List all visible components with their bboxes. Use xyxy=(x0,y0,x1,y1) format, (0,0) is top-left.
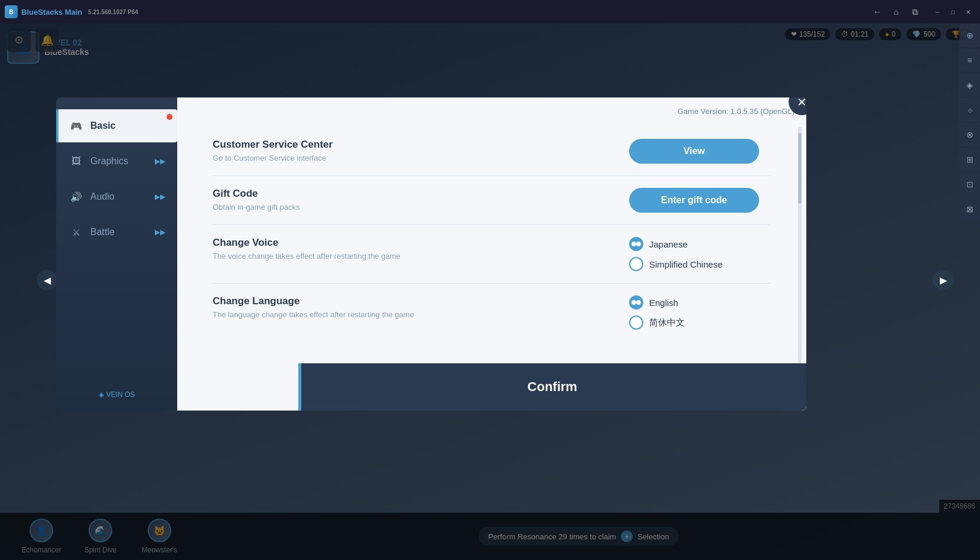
settings-main-content: Game Version: 1.0.5.35 (OpenGL) ✕ Custom… xyxy=(177,97,806,411)
voice-japanese-radio[interactable] xyxy=(629,237,643,251)
lang-english-option[interactable]: English xyxy=(629,295,678,310)
window-controls: ─ □ ✕ xyxy=(930,5,975,19)
sidebar-item-battle[interactable]: ⚔ Battle ▶▶ xyxy=(56,216,177,249)
vein-icon: ◈ xyxy=(99,390,104,399)
basic-badge xyxy=(167,114,172,120)
sidebar-battle-label: Battle xyxy=(90,227,115,237)
right-edge-btn-8[interactable]: ⊠ xyxy=(959,197,980,221)
voice-japanese-option[interactable]: Japanese xyxy=(629,237,688,251)
customer-service-info: Customer Service Center Go to Customer S… xyxy=(213,139,461,164)
voice-chinese-radio[interactable] xyxy=(629,257,643,271)
confirm-button[interactable]: Confirm xyxy=(298,363,806,411)
customer-service-title: Customer Service Center xyxy=(213,139,461,151)
lang-english-label: English xyxy=(649,298,678,308)
change-language-info: Change Language The language change take… xyxy=(213,295,461,320)
change-voice-controls: Japanese Simplified Chinese xyxy=(629,237,771,271)
sidebar-item-basic[interactable]: 🎮 Basic xyxy=(56,109,177,142)
gift-code-subtitle: Obtain in-game gift packs xyxy=(213,202,461,213)
back-button[interactable]: ← xyxy=(869,4,885,20)
maximize-button[interactable]: □ xyxy=(946,5,960,19)
customer-service-row: Customer Service Center Go to Customer S… xyxy=(213,127,771,176)
app-name: BlueStacks Main xyxy=(21,8,82,17)
bluestacks-icon: B xyxy=(5,5,18,18)
audio-arrow: ▶▶ xyxy=(155,193,165,201)
confirm-label: Confirm xyxy=(528,379,577,395)
settings-dialog: 🎮 Basic 🖼 Graphics ▶▶ 🔊 Audio ▶▶ ⚔ Battl… xyxy=(56,97,806,411)
voice-japanese-label: Japanese xyxy=(649,239,688,249)
voice-chinese-label: Simplified Chinese xyxy=(649,259,722,269)
right-edge-btn-2[interactable]: ≡ xyxy=(959,48,980,72)
gift-code-title: Gift Code xyxy=(213,188,461,200)
gift-code-controls: Enter gift code xyxy=(629,188,771,213)
gift-code-info: Gift Code Obtain in-game gift packs xyxy=(213,188,461,213)
right-edge-controls: ⊕ ≡ ◈ ⟐ ⊗ ⊞ ⊡ ⊠ xyxy=(959,24,980,221)
basic-icon: 🎮 xyxy=(68,118,84,134)
titlebar: B BlueStacks Main 5.21.560.1027 P64 ← ⌂ … xyxy=(0,0,980,24)
sidebar-basic-label: Basic xyxy=(90,121,116,131)
audio-icon: 🔊 xyxy=(68,188,84,205)
scrollbar-thumb[interactable] xyxy=(798,133,802,204)
app-version: 5.21.560.1027 P64 xyxy=(88,9,138,15)
settings-content-area: Customer Service Center Go to Customer S… xyxy=(177,97,806,363)
right-edge-btn-6[interactable]: ⊞ xyxy=(959,148,980,171)
gift-code-row: Gift Code Obtain in-game gift packs Ente… xyxy=(213,176,771,225)
vein-os-logo: ◈ VEIN OS xyxy=(99,390,135,399)
graphics-icon: 🖼 xyxy=(68,153,84,170)
right-edge-btn-5[interactable]: ⊗ xyxy=(959,123,980,146)
right-edge-btn-4[interactable]: ⟐ xyxy=(959,98,980,122)
change-voice-title: Change Voice xyxy=(213,237,461,249)
titlebar-controls: ← ⌂ ⧉ ─ □ ✕ xyxy=(869,4,975,20)
lang-chinese-radio[interactable] xyxy=(629,315,643,330)
sidebar-audio-label: Audio xyxy=(90,191,115,202)
app-logo: B BlueStacks Main 5.21.560.1027 P64 xyxy=(5,5,138,18)
view-button[interactable]: View xyxy=(629,139,759,164)
lang-english-radio[interactable] xyxy=(629,295,643,310)
right-nav-arrow[interactable]: ▶ xyxy=(933,270,953,291)
battle-icon: ⚔ xyxy=(68,224,84,240)
right-edge-btn-3[interactable]: ◈ xyxy=(959,73,980,97)
change-language-title: Change Language xyxy=(213,295,461,307)
change-language-subtitle: The language change takes effect after r… xyxy=(213,310,461,320)
sidebar-item-graphics[interactable]: 🖼 Graphics ▶▶ xyxy=(56,145,177,178)
change-language-controls: English 简休中文 xyxy=(629,295,771,330)
sidebar-graphics-label: Graphics xyxy=(90,156,128,167)
enter-gift-code-button[interactable]: Enter gift code xyxy=(629,188,759,213)
lang-chinese-option[interactable]: 简休中文 xyxy=(629,315,685,330)
scrollbar-track xyxy=(798,127,802,363)
home-button[interactable]: ⌂ xyxy=(888,4,904,20)
change-language-row: Change Language The language change take… xyxy=(213,284,771,341)
right-edge-btn-1[interactable]: ⊕ xyxy=(959,24,980,47)
graphics-arrow: ▶▶ xyxy=(155,157,165,165)
right-edge-btn-7[interactable]: ⊡ xyxy=(959,172,980,196)
voice-chinese-option[interactable]: Simplified Chinese xyxy=(629,257,722,271)
minimize-button[interactable]: ─ xyxy=(930,5,945,19)
vein-label: VEIN OS xyxy=(106,390,135,399)
change-voice-info: Change Voice The voice change takes effe… xyxy=(213,237,461,262)
settings-sidebar: 🎮 Basic 🖼 Graphics ▶▶ 🔊 Audio ▶▶ ⚔ Battl… xyxy=(56,97,177,411)
close-window-button[interactable]: ✕ xyxy=(961,5,975,19)
sidebar-item-audio[interactable]: 🔊 Audio ▶▶ xyxy=(56,180,177,213)
customer-service-subtitle: Go to Customer Service interface xyxy=(213,153,461,164)
change-voice-row: Change Voice The voice change takes effe… xyxy=(213,225,771,284)
battle-arrow: ▶▶ xyxy=(155,228,165,236)
change-voice-subtitle: The voice change takes effect after rest… xyxy=(213,251,461,262)
left-nav-arrow[interactable]: ◀ xyxy=(37,270,57,291)
lang-chinese-label: 简休中文 xyxy=(649,317,685,328)
copy-button[interactable]: ⧉ xyxy=(907,4,923,20)
game-version: Game Version: 1.0.5.35 (OpenGL) xyxy=(678,107,795,116)
customer-service-controls: View xyxy=(629,139,771,164)
